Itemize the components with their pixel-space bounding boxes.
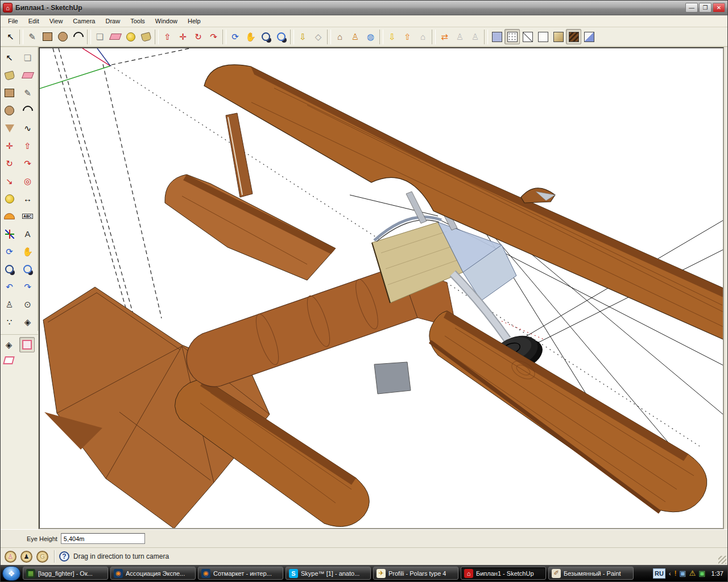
move-tool[interactable]: ✛ — [1, 137, 18, 155]
status-credit-icon[interactable]: ♙ — [5, 551, 16, 563]
paint-bucket-tool[interactable] — [138, 29, 154, 44]
google-earth-button[interactable]: ◍ — [363, 29, 378, 44]
taskbar-item-sketchup[interactable]: ⌂ Биплан1 - SketchUp — [461, 567, 546, 580]
rotate-tool[interactable]: ↻ — [191, 29, 206, 44]
zoom-tool[interactable] — [258, 29, 274, 44]
security-alert-icon[interactable]: ! — [675, 569, 677, 577]
follow-me-tool[interactable]: ↷ — [206, 29, 221, 44]
menu-item[interactable]: View — [44, 16, 68, 26]
device-icon[interactable]: ▣ — [698, 569, 705, 577]
dimension-tool[interactable]: ↔ — [19, 190, 36, 207]
menu-item[interactable]: File — [3, 16, 23, 26]
pan-tool[interactable]: ✋ — [19, 243, 36, 260]
eraser-tool[interactable] — [19, 66, 36, 84]
arc-tool[interactable] — [71, 29, 86, 44]
line-tool[interactable]: ✎ — [19, 84, 36, 102]
status-attribution-icon[interactable]: ♟ — [20, 551, 32, 563]
section-plane-tool[interactable]: ◈ — [19, 313, 36, 331]
polygon-tool[interactable] — [1, 119, 18, 137]
taskbar-item-firefox-1[interactable]: ◉ Ассоциация Экспе... — [110, 567, 196, 580]
freehand-tool[interactable]: ∿ — [19, 119, 36, 137]
paint-bucket-tool[interactable] — [1, 66, 18, 84]
walk-tool[interactable]: ∵ — [1, 313, 18, 331]
zoom-tool[interactable] — [1, 260, 18, 278]
network-warning-icon[interactable]: ⚠ — [689, 569, 696, 577]
resize-grip[interactable] — [718, 556, 726, 564]
style-xray-button[interactable] — [489, 29, 504, 44]
tray-chevron-icon[interactable]: ‹ — [669, 570, 671, 577]
protractor-tool[interactable] — [1, 207, 18, 225]
select-tool[interactable]: ↖ — [3, 29, 18, 44]
rectangle-tool[interactable] — [40, 29, 55, 44]
taskbar-item-firefox-2[interactable]: ◉ Сотмаркет - интер... — [198, 567, 283, 580]
make-component-button[interactable]: ❏ — [92, 29, 107, 44]
rectangle-tool[interactable] — [1, 84, 18, 102]
zoom-extents-tool[interactable] — [274, 29, 289, 44]
style-monochrome-button[interactable] — [581, 29, 597, 44]
start-button[interactable]: ❖ — [2, 566, 20, 581]
style-shaded-textures-button[interactable] — [566, 29, 581, 44]
walkthrough-tool-button[interactable]: ♙ — [452, 29, 468, 44]
share-component-button[interactable]: ⌂ — [415, 29, 431, 44]
make-component-button[interactable]: ❏ — [19, 49, 36, 66]
zoom-next-tool[interactable]: ↷ — [19, 278, 36, 296]
scale-tool[interactable]: ↘ — [1, 172, 18, 190]
menu-item[interactable]: Help — [183, 16, 206, 26]
display-section-cuts-button[interactable] — [1, 352, 16, 368]
offset-tool[interactable]: ◎ — [19, 172, 36, 190]
get-models-button[interactable]: ⇩ — [384, 29, 400, 44]
orbit-tool[interactable]: ⟳ — [1, 243, 18, 260]
toggle-terrain-button[interactable]: ◇ — [311, 29, 326, 44]
rotate-tool[interactable]: ↻ — [1, 155, 18, 172]
eraser-tool[interactable] — [107, 29, 123, 44]
circle-tool[interactable] — [55, 29, 71, 44]
share-model-button[interactable]: ⇧ — [400, 29, 415, 44]
tape-measure-tool[interactable] — [123, 29, 138, 44]
model-viewport[interactable] — [39, 47, 724, 529]
follow-me-tool[interactable]: ↷ — [19, 155, 36, 172]
menu-item[interactable]: Camera — [68, 16, 100, 26]
tape-measure-tool[interactable] — [1, 190, 18, 207]
position-camera-tool[interactable]: ♙ — [1, 296, 18, 313]
menu-item[interactable]: Draw — [100, 16, 125, 26]
look-around-tool[interactable]: ⊙ — [19, 296, 36, 313]
move-tool[interactable]: ✛ — [175, 29, 191, 44]
title-bar[interactable]: ⌂ Биплан1 - SketchUp — ❐ ✕ — [1, 1, 727, 15]
menu-item[interactable]: Window — [150, 16, 183, 26]
style-back-edges-button[interactable] — [504, 29, 520, 44]
style-wireframe-button[interactable] — [520, 29, 535, 44]
menu-item[interactable]: Edit — [23, 16, 44, 26]
3d-text-tool[interactable]: A — [19, 225, 36, 243]
zoom-extents-tool[interactable] — [19, 260, 36, 278]
photo-textures-button[interactable]: ⌂ — [332, 29, 348, 44]
section-plane-tool[interactable]: ◈ — [1, 337, 16, 352]
style-shaded-button[interactable] — [551, 29, 566, 44]
push-pull-tool[interactable]: ⇧ — [19, 137, 36, 155]
line-tool[interactable]: ✎ — [24, 29, 40, 44]
help-icon[interactable]: ? — [59, 551, 69, 562]
match-photo-button[interactable]: ♙ — [348, 29, 363, 44]
maximize-button[interactable]: ❐ — [699, 3, 712, 13]
taskbar-item-profili[interactable]: ✈ Profili - Polars type 4 — [373, 567, 458, 580]
axes-tool[interactable] — [1, 225, 18, 243]
style-hidden-line-button[interactable] — [535, 29, 551, 44]
zoom-previous-tool[interactable]: ↶ — [1, 278, 18, 296]
taskbar-item-lagg-fighter[interactable]: ▦ [lagg_fighter] - Ок... — [23, 567, 108, 580]
sandbox-tool-button[interactable]: ⇄ — [437, 29, 452, 44]
minimize-button[interactable]: — — [685, 3, 698, 13]
circle-tool[interactable] — [1, 102, 18, 119]
add-location-button[interactable]: ⇩ — [295, 29, 311, 44]
select-tool[interactable]: ↖ — [1, 49, 18, 66]
push-pull-tool[interactable]: ⇧ — [160, 29, 175, 44]
display-icon[interactable]: ▣ — [679, 569, 686, 577]
eye-height-input[interactable] — [61, 533, 145, 544]
orbit-tool[interactable]: ⟳ — [228, 29, 243, 44]
turn-tool-button[interactable]: ♙ — [468, 29, 483, 44]
language-indicator[interactable]: RU — [653, 568, 665, 579]
text-tool[interactable]: ABC — [19, 207, 36, 225]
status-geolocation-icon[interactable]: G — [36, 551, 48, 563]
menu-item[interactable]: Tools — [125, 16, 150, 26]
display-section-planes-button[interactable] — [19, 337, 35, 352]
close-button[interactable]: ✕ — [713, 3, 725, 13]
arc-tool[interactable] — [19, 102, 36, 119]
